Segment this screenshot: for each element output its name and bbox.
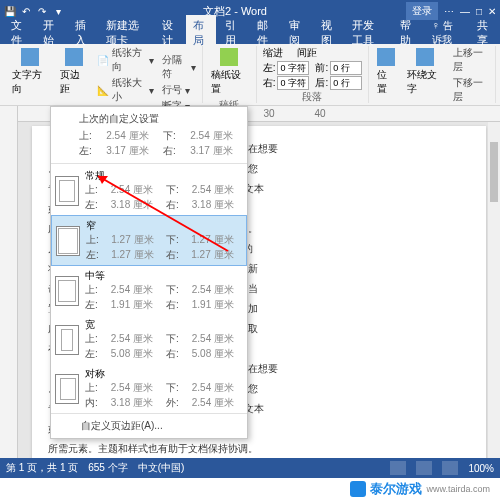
margin-moderate-icon: [55, 276, 79, 306]
paper-icon: [220, 48, 238, 66]
margin-option-normal[interactable]: 常规 上:2.54 厘米下:2.54 厘米 左:3.18 厘米右:3.18 厘米: [51, 166, 247, 215]
group-paragraph: 缩进间距 左: 前: 右: 后: 段落: [257, 46, 370, 103]
language-indicator[interactable]: 中文(中国): [138, 461, 185, 475]
group-page-setup: 文字方向 页边距 📄 纸张方向 ▾ 📐 纸张大小 ▾ ▤ 分栏 ▾ 分隔符 ▾ …: [4, 46, 203, 103]
margin-option-wide[interactable]: 宽 上:2.54 厘米下:2.54 厘米 左:5.08 厘米右:5.08 厘米: [51, 315, 247, 364]
margin-option-narrow[interactable]: 窄 上:1.27 厘米下:1.27 厘米 左:1.27 厘米右:1.27 厘米: [51, 215, 247, 266]
margin-narrow-icon: [56, 226, 80, 256]
indent-left-input[interactable]: 左:: [263, 61, 310, 75]
ribbon: 文字方向 页边距 📄 纸张方向 ▾ 📐 纸张大小 ▾ ▤ 分栏 ▾ 分隔符 ▾ …: [0, 44, 500, 106]
body-text: 所需元素。主题和样式也有助于文档保持协调。: [48, 440, 470, 457]
position-icon: [377, 48, 395, 66]
size-button[interactable]: 📐 纸张大小 ▾: [97, 76, 154, 104]
margin-option-last-custom[interactable]: 上次的自定义设置 上:2.54 厘米下:2.54 厘米 左:3.17 厘米右:3…: [51, 107, 247, 161]
margin-mirror-icon: [55, 374, 79, 404]
indent-right-input[interactable]: 右:: [263, 76, 310, 90]
status-bar: 第 1 页，共 1 页 655 个字 中文(中国) 100%: [0, 458, 500, 478]
watermark-logo-icon: [350, 481, 366, 497]
margins-dropdown: 上次的自定义设置 上:2.54 厘米下:2.54 厘米 左:3.17 厘米右:3…: [50, 106, 248, 439]
send-backward-button[interactable]: 下移一层: [453, 76, 489, 104]
breaks-button[interactable]: 分隔符 ▾: [162, 53, 196, 81]
scrollbar-thumb[interactable]: [490, 142, 498, 202]
spacing-before-input[interactable]: 前:: [315, 61, 362, 75]
orientation-button[interactable]: 📄 纸张方向 ▾: [97, 46, 154, 74]
web-layout-icon[interactable]: [442, 461, 458, 475]
group-paper: 稿纸设置 稿纸: [203, 46, 256, 103]
zoom-level[interactable]: 100%: [468, 463, 494, 474]
group-label-paragraph: 段落: [263, 90, 363, 104]
line-numbers-button[interactable]: 行号 ▾: [162, 83, 196, 97]
watermark-brand: 泰尔游戏: [370, 480, 422, 498]
watermark-url: www.tairda.com: [426, 484, 490, 494]
word-count[interactable]: 655 个字: [88, 461, 127, 475]
paper-settings-button[interactable]: 稿纸设置: [209, 46, 249, 98]
minimize-icon[interactable]: —: [460, 6, 470, 17]
margin-wide-icon: [55, 325, 79, 355]
vertical-scrollbar[interactable]: [488, 122, 500, 474]
bring-forward-button[interactable]: 上移一层: [453, 46, 489, 74]
tab-tellme[interactable]: ♀ 告诉我: [425, 16, 469, 50]
margins-icon: [65, 48, 83, 66]
vertical-ruler[interactable]: [0, 106, 18, 476]
text-direction-icon: [21, 48, 39, 66]
margin-option-mirrored[interactable]: 对称 上:2.54 厘米下:2.54 厘米 内:3.18 厘米外:2.54 厘米: [51, 364, 247, 413]
spacing-after-input[interactable]: 后:: [315, 76, 362, 90]
read-mode-icon[interactable]: [390, 461, 406, 475]
wrap-icon: [416, 48, 434, 66]
margin-normal-icon: [55, 176, 79, 206]
margin-option-moderate[interactable]: 中等 上:2.54 厘米下:2.54 厘米 左:1.91 厘米右:1.91 厘米: [51, 266, 247, 315]
group-arrange: 位置 环绕文字 上移一层 下移一层 选择窗格 排列: [369, 46, 496, 103]
print-layout-icon[interactable]: [416, 461, 432, 475]
ribbon-tabs: 文件 开始 插入 新建选项卡 设计 布局 引用 邮件 审阅 视图 开发工具 帮助…: [0, 22, 500, 44]
page-count[interactable]: 第 1 页，共 1 页: [6, 461, 78, 475]
ribbon-options-icon[interactable]: ⋯: [444, 6, 454, 17]
watermark: 泰尔游戏 www.tairda.com: [346, 478, 494, 500]
custom-margins-button[interactable]: 自定义页边距(A)...: [51, 413, 247, 438]
